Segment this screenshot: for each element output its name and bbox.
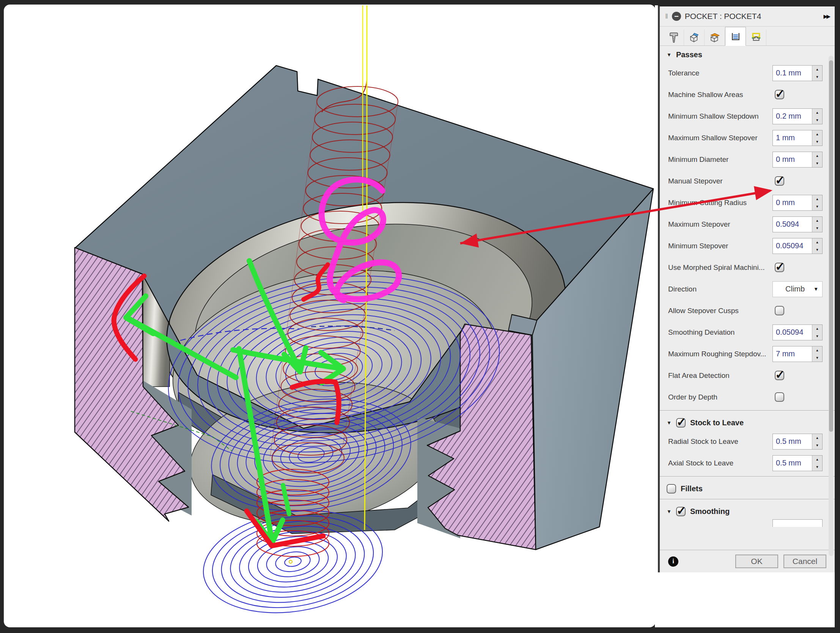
tab-geometry[interactable] — [684, 30, 704, 46]
tolerance-input[interactable] — [773, 66, 812, 81]
info-icon[interactable]: i — [668, 556, 678, 567]
spin-up-icon[interactable]: ▲ — [812, 217, 822, 224]
tab-linking[interactable] — [746, 30, 766, 46]
spin-down-icon[interactable]: ▼ — [812, 159, 822, 167]
passes-icon — [730, 31, 741, 42]
param-row-max-shallow-stepover: Maximum Shallow Stepover ▲▼ — [660, 127, 835, 149]
param-row-machine-shallow: Machine Shallow Areas ✓ — [660, 84, 835, 106]
spin-down-icon[interactable]: ▼ — [812, 138, 822, 146]
fillets-checkbox[interactable]: ✓ — [666, 484, 676, 493]
param-row-tolerance: Tolerance ▲▼ — [660, 62, 835, 84]
spin-down-icon[interactable]: ▼ — [812, 354, 822, 362]
check-icon: ✓ — [775, 262, 785, 271]
tool-icon — [668, 32, 679, 43]
max-stepover-input[interactable] — [773, 217, 812, 232]
min-diameter-field[interactable]: ▲▼ — [772, 152, 823, 167]
suppress-icon[interactable]: − — [672, 12, 681, 21]
tab-tool[interactable] — [663, 30, 684, 46]
spin-up-icon[interactable]: ▲ — [812, 456, 822, 463]
tolerance-field[interactable]: ▲▼ — [772, 65, 823, 81]
collapse-triangle-icon[interactable]: ▼ — [666, 52, 671, 58]
param-row-smoothing-deviation: Smoothing Deviation ▲▼ — [660, 321, 835, 343]
collapse-triangle-icon[interactable]: ▼ — [666, 509, 671, 514]
spinner[interactable]: ▲▼ — [812, 152, 822, 167]
stock-to-leave-checkbox[interactable]: ✓ — [676, 418, 685, 428]
use-morphed-spiral-checkbox[interactable]: ✓ — [775, 263, 784, 272]
max-shallow-stepover-input[interactable] — [773, 131, 812, 146]
min-diameter-input[interactable] — [773, 152, 812, 167]
min-cutting-radius-input[interactable] — [773, 195, 812, 210]
dialog-header[interactable]: ‖ − POCKET : POCKET4 ▶▶ — [660, 6, 835, 27]
radial-stock-field[interactable]: ▲▼ — [772, 434, 823, 450]
param-row-morphed-spiral: Use Morphed Spiral Machini... ✓ — [660, 257, 835, 278]
tab-passes[interactable] — [725, 27, 746, 46]
max-roughing-stepdown-field[interactable]: ▲▼ — [772, 346, 823, 362]
spin-up-icon[interactable]: ▲ — [812, 238, 822, 246]
spin-down-icon[interactable]: ▼ — [812, 73, 822, 81]
collapse-icon[interactable]: ▶▶ — [823, 13, 829, 19]
spin-down-icon[interactable]: ▼ — [812, 224, 822, 232]
dialog-title: POCKET : POCKET4 — [685, 12, 820, 21]
param-label: Minimum Cutting Radius — [668, 198, 772, 207]
smoothing-deviation-input[interactable] — [773, 325, 812, 340]
spin-down-icon[interactable]: ▼ — [812, 203, 822, 210]
spinner[interactable]: ▲▼ — [812, 456, 822, 471]
tab-heights[interactable] — [704, 30, 725, 46]
machine-shallow-areas-checkbox[interactable]: ✓ — [775, 90, 784, 99]
order-by-depth-checkbox[interactable]: ✓ — [775, 392, 784, 402]
smoothing-deviation-field[interactable]: ▲▼ — [772, 324, 823, 340]
ok-button[interactable]: OK — [735, 554, 778, 568]
manual-stepover-checkbox[interactable]: ✓ — [775, 176, 784, 186]
spinner[interactable]: ▲▼ — [812, 325, 822, 340]
axial-stock-field[interactable]: ▲▼ — [772, 455, 823, 471]
spinner[interactable]: ▲▼ — [812, 131, 822, 146]
drag-handle-icon[interactable]: ‖ — [665, 12, 668, 20]
param-row-min-shallow-stepdown: Minimum Shallow Stepdown ▲▼ — [660, 106, 835, 127]
spin-down-icon[interactable]: ▼ — [812, 117, 822, 124]
max-roughing-stepdown-input[interactable] — [773, 346, 812, 362]
max-stepover-field[interactable]: ▲▼ — [772, 216, 823, 232]
param-row-max-roughing-stepdown: Maximum Roughing Stepdov... ▲▼ — [660, 343, 835, 365]
smoothing-checkbox[interactable]: ✓ — [676, 507, 685, 516]
spin-up-icon[interactable]: ▲ — [812, 152, 822, 159]
direction-dropdown[interactable]: Climb ▼ — [772, 281, 823, 297]
min-shallow-stepdown-input[interactable] — [773, 109, 812, 124]
spinner[interactable]: ▲▼ — [812, 217, 822, 232]
check-icon: ✓ — [775, 370, 785, 379]
spinner[interactable]: ▲▼ — [812, 346, 822, 362]
passes-section-header[interactable]: ▼ Passes — [660, 46, 835, 62]
spinner[interactable]: ▲▼ — [812, 434, 822, 449]
spin-up-icon[interactable]: ▲ — [812, 195, 822, 203]
spinner[interactable]: ▲▼ — [812, 66, 822, 81]
spinner[interactable]: ▲▼ — [812, 109, 822, 124]
spin-up-icon[interactable]: ▲ — [812, 434, 822, 442]
spin-up-icon[interactable]: ▲ — [812, 325, 822, 332]
flat-area-detection-checkbox[interactable]: ✓ — [775, 371, 784, 380]
fillets-header[interactable]: ✓ Fillets — [660, 479, 835, 496]
allow-stepover-cusps-checkbox[interactable]: ✓ — [775, 306, 784, 315]
min-stepover-field[interactable]: ▲▼ — [772, 238, 823, 254]
radial-stock-input[interactable] — [773, 434, 812, 449]
spin-up-icon[interactable]: ▲ — [812, 109, 822, 117]
smoothing-header[interactable]: ▼ ✓ Smoothing — [660, 502, 835, 519]
scrollbar-thumb[interactable] — [829, 60, 833, 432]
spin-up-icon[interactable]: ▲ — [812, 346, 822, 354]
axial-stock-input[interactable] — [773, 456, 812, 471]
spin-down-icon[interactable]: ▼ — [812, 463, 822, 471]
min-stepover-input[interactable] — [773, 238, 812, 254]
min-shallow-stepdown-field[interactable]: ▲▼ — [772, 109, 823, 124]
spin-up-icon[interactable]: ▲ — [812, 66, 822, 73]
param-label: Minimum Diameter — [668, 156, 772, 164]
spin-down-icon[interactable]: ▼ — [812, 442, 822, 449]
dialog-scrollbar[interactable] — [829, 56, 834, 556]
spinner[interactable]: ▲▼ — [812, 195, 822, 210]
spin-up-icon[interactable]: ▲ — [812, 131, 822, 138]
max-shallow-stepover-field[interactable]: ▲▼ — [772, 130, 823, 146]
min-cutting-radius-field[interactable]: ▲▼ — [772, 195, 823, 211]
spin-down-icon[interactable]: ▼ — [812, 246, 822, 254]
cancel-button[interactable]: Cancel — [783, 554, 826, 568]
stock-to-leave-header[interactable]: ▼ ✓ Stock to Leave — [660, 414, 835, 431]
collapse-triangle-icon[interactable]: ▼ — [666, 420, 671, 426]
spinner[interactable]: ▲▼ — [812, 238, 822, 254]
spin-down-icon[interactable]: ▼ — [812, 332, 822, 340]
